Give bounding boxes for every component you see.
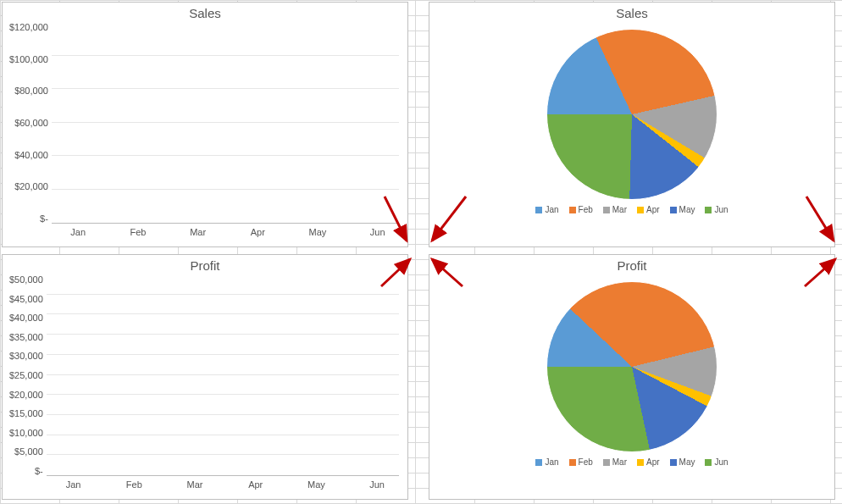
- legend-item: Jun: [705, 205, 728, 214]
- sales-bar-chart[interactable]: Sales $120,000$100,000$80,000$60,000$40,…: [2, 2, 408, 247]
- y-axis-labels: $50,000$45,000$40,000$35,000$30,000$25,0…: [6, 274, 47, 476]
- legend-item: Apr: [637, 457, 660, 467]
- x-tick-label: Mar: [168, 224, 228, 237]
- x-tick-label: Jun: [346, 476, 407, 490]
- x-tick-label: Feb: [103, 476, 164, 490]
- x-axis-labels: JanFebMarAprMayJun: [48, 224, 407, 237]
- pie-plot: [546, 281, 717, 452]
- x-tick-label: Apr: [228, 224, 288, 237]
- chart-title: Sales: [3, 3, 407, 22]
- legend: JanFebMarAprMayJun: [429, 452, 834, 472]
- legend-item: Feb: [569, 457, 593, 467]
- x-tick-label: Mar: [164, 476, 225, 490]
- profit-bar-chart[interactable]: Profit $50,000$45,000$40,000$35,000$30,0…: [2, 254, 408, 500]
- x-tick-label: Jan: [43, 476, 104, 490]
- chart-title: Profit: [429, 255, 834, 274]
- x-tick-label: Jan: [48, 224, 108, 237]
- x-tick-label: May: [288, 224, 348, 237]
- legend-item: May: [670, 205, 695, 214]
- legend-item: Mar: [603, 457, 627, 467]
- legend-item: Feb: [569, 205, 593, 214]
- spreadsheet-area[interactable]: Sales $120,000$100,000$80,000$60,000$40,…: [0, 0, 842, 504]
- x-tick-label: Apr: [225, 476, 286, 490]
- plot-area: [52, 22, 399, 224]
- y-axis-labels: $120,000$100,000$80,000$60,000$40,000$20…: [6, 22, 52, 224]
- chart-title: Profit: [3, 255, 407, 274]
- x-axis-labels: JanFebMarAprMayJun: [43, 476, 407, 490]
- profit-pie-chart[interactable]: Profit JanFebMarAprMayJun: [429, 254, 835, 500]
- legend-item: Mar: [603, 205, 627, 214]
- sales-pie-chart[interactable]: Sales JanFebMarAprMayJun: [429, 2, 835, 247]
- chart-title: Sales: [429, 3, 834, 22]
- pie-plot: [546, 29, 717, 200]
- x-tick-label: Feb: [108, 224, 169, 237]
- legend-item: Jun: [705, 457, 728, 467]
- plot-area: [47, 274, 399, 476]
- legend-item: May: [670, 457, 695, 467]
- x-tick-label: Jun: [347, 224, 407, 237]
- legend-item: Apr: [637, 205, 660, 214]
- legend: JanFebMarAprMayJun: [429, 200, 834, 219]
- legend-item: Jan: [535, 457, 558, 467]
- x-tick-label: May: [286, 476, 347, 490]
- legend-item: Jan: [535, 205, 558, 214]
